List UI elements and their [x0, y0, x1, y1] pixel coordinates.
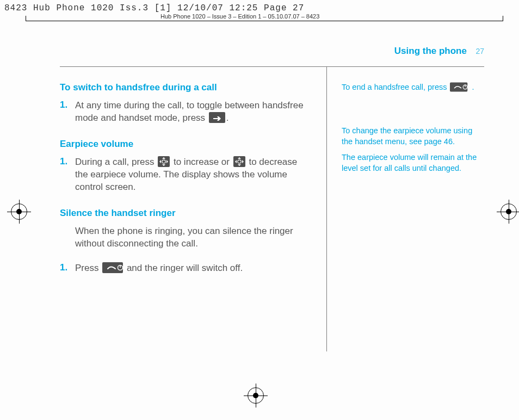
sidenote-end-call: To end a handsfree call, press .: [342, 82, 484, 93]
registration-mark-icon: [11, 203, 27, 220]
redial-key-icon: [209, 112, 225, 123]
text-fragment: At any time during the call, to toggle b…: [75, 100, 304, 123]
step-text: Press and the ringer will switch off.: [75, 262, 243, 275]
print-slug: 8423 Hub Phone 1020 Iss.3 [1] 12/10/07 1…: [4, 3, 304, 13]
registration-mark-icon: [501, 203, 517, 220]
text-fragment: To end a handsfree call, press: [342, 83, 449, 91]
svg-point-0: [162, 160, 165, 163]
page-number: 27: [475, 47, 484, 55]
page-body: Using the phone 27 To switch to handsfre…: [60, 46, 484, 289]
nav-key-icon: [158, 156, 170, 167]
text-fragment: .: [472, 83, 474, 91]
intro-text: When the phone is ringing, you can silen…: [75, 225, 310, 250]
end-call-key-icon: [450, 83, 467, 92]
header-rule: [60, 66, 484, 67]
sidenote-volume-menu: To change the earpiece volume using the …: [342, 126, 484, 147]
registration-mark-icon: [248, 387, 264, 404]
step-number: 1.: [60, 156, 75, 194]
side-column: To end a handsfree call, press . To chan…: [326, 82, 484, 289]
section-title: Using the phone: [394, 46, 467, 56]
heading-handsfree: To switch to handsfree during a call: [60, 82, 310, 93]
heading-earpiece: Earpiece volume: [60, 139, 310, 150]
text-fragment: Press: [75, 263, 101, 273]
step-number: 1.: [60, 100, 75, 125]
text-fragment: to increase or: [171, 157, 232, 167]
end-call-key-icon: [102, 262, 123, 273]
step-text: During a call, press to increase or to d…: [75, 156, 310, 194]
text-fragment: .: [226, 113, 229, 123]
print-slug-secondary: Hub Phone 1020 – Issue 3 – Edition 1 – 0…: [160, 13, 319, 20]
text-fragment: During a call, press: [75, 157, 157, 167]
step-number: 1.: [60, 262, 75, 275]
running-head: Using the phone 27: [60, 46, 484, 57]
crop-mark-top: [26, 21, 503, 21]
text-fragment: and the ringer will switch off.: [124, 263, 243, 273]
sidenote-volume-persist: The earpiece volume will remain at the l…: [342, 152, 484, 174]
svg-point-1: [237, 160, 240, 163]
step-text: At any time during the call, to toggle b…: [75, 100, 310, 125]
nav-key-icon: [233, 156, 245, 167]
heading-silence: Silence the handset ringer: [60, 208, 310, 219]
main-column: To switch to handsfree during a call 1. …: [60, 82, 326, 289]
